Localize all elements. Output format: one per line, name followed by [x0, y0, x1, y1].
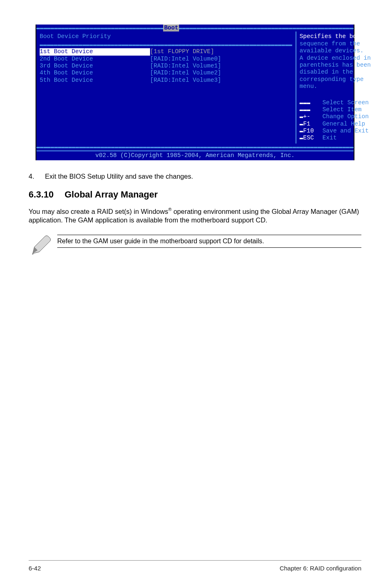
key-desc: General Help	[323, 121, 371, 128]
registered-symbol: ®	[168, 207, 171, 212]
key-desc: Select Item	[323, 106, 371, 113]
step-number: 4.	[29, 173, 45, 180]
step-line: 4. Exit the BIOS Setup Utility and save …	[29, 173, 361, 180]
page-number: 6-42	[29, 565, 41, 572]
body-part-a: You may also create a RAID set(s) in Win…	[29, 207, 168, 215]
step-text: Exit the BIOS Setup Utility and save the…	[45, 173, 193, 180]
boot-row-label: 4th Boot Device	[40, 70, 150, 76]
chapter-label: Chapter 6: RAID configuration	[280, 565, 361, 572]
bios-left-panel: Boot Device Priority ▬▬▬▬▬▬▬▬▬▬▬▬▬▬▬▬▬▬▬…	[36, 31, 296, 143]
bios-help-panel: Specifies the boot sequence from the ava…	[296, 31, 374, 143]
bios-border-top: Boot▬▬▬▬▬▬▬▬▬▬▬▬▬▬▬▬▬▬▬▬▬▬▬▬▬▬▬▬▬▬▬▬▬▬▬▬…	[36, 25, 354, 31]
boot-row-label: 2nd Boot Device	[40, 56, 150, 63]
boot-row-value: [RAID:Intel Volume1]	[150, 63, 292, 70]
bios-screen: Boot▬▬▬▬▬▬▬▬▬▬▬▬▬▬▬▬▬▬▬▬▬▬▬▬▬▬▬▬▬▬▬▬▬▬▬▬…	[36, 25, 354, 160]
boot-row-3[interactable]: 3rd Boot Device [RAID:Intel Volume1]	[40, 63, 292, 70]
note-block: Refer to the GAM user guide in the mothe…	[29, 235, 361, 259]
boot-row-value: [1st FLOPPY DRIVE]	[150, 48, 292, 55]
key-desc: Exit	[323, 135, 371, 141]
key-desc: Select Screen	[323, 99, 371, 106]
help-line: parenthesis has been	[300, 62, 371, 69]
boot-row-value: [RAID:Intel Volume0]	[150, 56, 292, 63]
bios-heading-sep: ▬▬▬▬▬▬▬▬▬▬▬▬▬▬▬▬▬▬▬▬▬▬▬▬▬▬▬▬▬▬▬▬▬▬▬▬▬▬▬▬…	[40, 41, 292, 48]
boot-row-2[interactable]: 2nd Boot Device [RAID:Intel Volume0]	[40, 56, 292, 63]
bios-footer: v02.58 (C)Copyright 1985-2004, American …	[36, 150, 354, 160]
key-key: ▬+-	[300, 113, 323, 120]
key-row: ▬F1General Help	[300, 121, 371, 128]
key-row: ▬▬▬Select Item	[300, 106, 371, 113]
bios-frame: Boot▬▬▬▬▬▬▬▬▬▬▬▬▬▬▬▬▬▬▬▬▬▬▬▬▬▬▬▬▬▬▬▬▬▬▬▬…	[36, 25, 354, 160]
key-key: ▬▬▬	[300, 106, 323, 113]
section-title: Global Array Manager	[65, 189, 158, 200]
key-desc: Change Option	[323, 113, 371, 120]
key-key: ▬F1	[300, 121, 323, 128]
bios-border-bottom: ▬▬▬▬▬▬▬▬▬▬▬▬▬▬▬▬▬▬▬▬▬▬▬▬▬▬▬▬▬▬▬▬▬▬▬▬▬▬▬▬…	[36, 144, 354, 150]
help-line: A device enclosed in	[300, 55, 371, 62]
help-line: available devices.	[300, 47, 371, 54]
boot-row-value: [RAID:Intel Volume2]	[150, 70, 292, 76]
key-key: ▬▬▬	[300, 99, 323, 106]
help-line: sequence from the	[300, 40, 371, 47]
boot-row-1[interactable]: 1st Boot Device [1st FLOPPY DRIVE]	[40, 48, 292, 55]
help-line: Specifies the boot	[300, 33, 371, 40]
bios-titlebar: Boot	[163, 25, 179, 31]
boot-row-label: 1st Boot Device	[40, 48, 150, 55]
boot-row-label: 5th Boot Device	[40, 77, 150, 84]
key-key: ▬F10	[300, 128, 323, 135]
help-line: disabled in the	[300, 69, 371, 76]
boot-row-5[interactable]: 5th Boot Device [RAID:Intel Volume3]	[40, 77, 292, 84]
key-row: ▬▬▬Select Screen	[300, 99, 371, 106]
key-key: ▬ESC	[300, 135, 323, 141]
note-pencil-icon	[29, 235, 52, 259]
boot-row-value: [RAID:Intel Volume3]	[150, 77, 292, 84]
help-line: menu.	[300, 83, 371, 90]
help-line: corresponding type	[300, 76, 371, 83]
boot-row-label: 3rd Boot Device	[40, 63, 150, 70]
body-paragraph: You may also create a RAID set(s) in Win…	[29, 206, 361, 225]
bios-panel-heading: Boot Device Priority	[40, 33, 292, 40]
section-number: 6.3.10	[29, 189, 65, 200]
page-footer: 6-42 Chapter 6: RAID configuration	[29, 560, 361, 572]
key-row: ▬+-Change Option	[300, 113, 371, 120]
bios-keys-block: ▬▬▬Select Screen ▬▬▬Select Item ▬+-Chang…	[300, 99, 371, 142]
section-heading: 6.3.10Global Array Manager	[29, 189, 361, 200]
boot-row-4[interactable]: 4th Boot Device [RAID:Intel Volume2]	[40, 70, 292, 76]
key-row: ▬ESCExit	[300, 135, 371, 141]
note-text: Refer to the GAM user guide in the mothe…	[57, 235, 361, 248]
key-row: ▬F10Save and Exit	[300, 128, 371, 135]
key-desc: Save and Exit	[323, 128, 371, 135]
